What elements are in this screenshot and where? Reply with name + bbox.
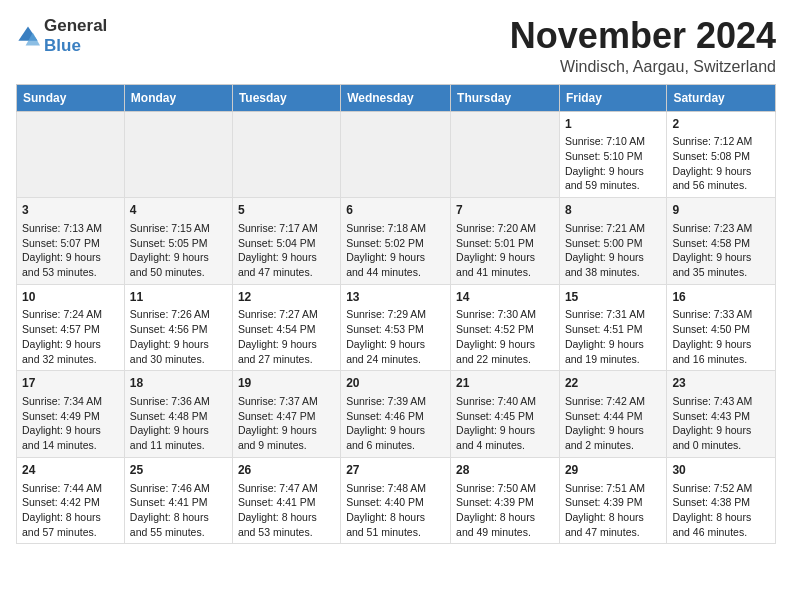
day-info: Daylight: 9 hours and 50 minutes.	[130, 250, 227, 279]
day-number: 12	[238, 289, 335, 306]
calendar-cell: 11Sunrise: 7:26 AMSunset: 4:56 PMDayligh…	[124, 284, 232, 371]
day-info: Daylight: 9 hours and 27 minutes.	[238, 337, 335, 366]
day-number: 27	[346, 462, 445, 479]
day-info: Daylight: 8 hours and 51 minutes.	[346, 510, 445, 539]
calendar-cell: 16Sunrise: 7:33 AMSunset: 4:50 PMDayligh…	[667, 284, 776, 371]
day-info: Sunrise: 7:24 AM	[22, 307, 119, 322]
calendar-cell: 18Sunrise: 7:36 AMSunset: 4:48 PMDayligh…	[124, 371, 232, 458]
calendar-cell: 9Sunrise: 7:23 AMSunset: 4:58 PMDaylight…	[667, 198, 776, 285]
day-info: Daylight: 9 hours and 32 minutes.	[22, 337, 119, 366]
calendar-cell: 2Sunrise: 7:12 AMSunset: 5:08 PMDaylight…	[667, 111, 776, 198]
day-info: Sunset: 4:48 PM	[130, 409, 227, 424]
day-info: Daylight: 9 hours and 38 minutes.	[565, 250, 661, 279]
day-info: Sunrise: 7:13 AM	[22, 221, 119, 236]
day-info: Sunset: 4:41 PM	[238, 495, 335, 510]
calendar-cell: 23Sunrise: 7:43 AMSunset: 4:43 PMDayligh…	[667, 371, 776, 458]
day-info: Daylight: 9 hours and 14 minutes.	[22, 423, 119, 452]
day-info: Daylight: 9 hours and 2 minutes.	[565, 423, 661, 452]
day-info: Sunrise: 7:47 AM	[238, 481, 335, 496]
calendar-cell: 5Sunrise: 7:17 AMSunset: 5:04 PMDaylight…	[232, 198, 340, 285]
day-info: Sunrise: 7:52 AM	[672, 481, 770, 496]
calendar-cell	[17, 111, 125, 198]
day-info: Sunrise: 7:37 AM	[238, 394, 335, 409]
day-info: Sunset: 5:02 PM	[346, 236, 445, 251]
day-info: Daylight: 9 hours and 53 minutes.	[22, 250, 119, 279]
day-number: 28	[456, 462, 554, 479]
calendar-cell: 20Sunrise: 7:39 AMSunset: 4:46 PMDayligh…	[341, 371, 451, 458]
location-subtitle: Windisch, Aargau, Switzerland	[510, 58, 776, 76]
calendar-title-area: November 2024 Windisch, Aargau, Switzerl…	[510, 16, 776, 76]
day-info: Sunset: 4:38 PM	[672, 495, 770, 510]
day-info: Sunrise: 7:42 AM	[565, 394, 661, 409]
day-info: Sunset: 5:08 PM	[672, 149, 770, 164]
day-number: 10	[22, 289, 119, 306]
day-number: 3	[22, 202, 119, 219]
day-info: Sunrise: 7:18 AM	[346, 221, 445, 236]
day-info: Daylight: 9 hours and 9 minutes.	[238, 423, 335, 452]
day-info: Daylight: 9 hours and 47 minutes.	[238, 250, 335, 279]
day-info: Daylight: 9 hours and 4 minutes.	[456, 423, 554, 452]
day-info: Sunrise: 7:50 AM	[456, 481, 554, 496]
day-number: 15	[565, 289, 661, 306]
logo-icon	[16, 24, 40, 48]
day-number: 2	[672, 116, 770, 133]
day-number: 14	[456, 289, 554, 306]
day-info: Daylight: 8 hours and 53 minutes.	[238, 510, 335, 539]
calendar-cell: 12Sunrise: 7:27 AMSunset: 4:54 PMDayligh…	[232, 284, 340, 371]
day-info: Sunset: 4:56 PM	[130, 322, 227, 337]
day-info: Sunset: 4:52 PM	[456, 322, 554, 337]
day-info: Daylight: 9 hours and 44 minutes.	[346, 250, 445, 279]
calendar-cell: 7Sunrise: 7:20 AMSunset: 5:01 PMDaylight…	[451, 198, 560, 285]
day-number: 16	[672, 289, 770, 306]
day-info: Sunrise: 7:10 AM	[565, 134, 661, 149]
calendar-cell: 8Sunrise: 7:21 AMSunset: 5:00 PMDaylight…	[559, 198, 666, 285]
day-info: Sunset: 5:07 PM	[22, 236, 119, 251]
day-info: Sunset: 4:50 PM	[672, 322, 770, 337]
day-info: Sunset: 4:46 PM	[346, 409, 445, 424]
day-number: 25	[130, 462, 227, 479]
calendar-week-row: 1Sunrise: 7:10 AMSunset: 5:10 PMDaylight…	[17, 111, 776, 198]
day-info: Sunrise: 7:39 AM	[346, 394, 445, 409]
day-info: Sunrise: 7:43 AM	[672, 394, 770, 409]
weekday-header-saturday: Saturday	[667, 84, 776, 111]
day-info: Sunset: 5:00 PM	[565, 236, 661, 251]
calendar-cell: 25Sunrise: 7:46 AMSunset: 4:41 PMDayligh…	[124, 457, 232, 544]
day-info: Sunset: 4:39 PM	[456, 495, 554, 510]
day-info: Sunrise: 7:27 AM	[238, 307, 335, 322]
day-info: Sunrise: 7:44 AM	[22, 481, 119, 496]
calendar-cell	[232, 111, 340, 198]
calendar-cell	[124, 111, 232, 198]
day-info: Sunset: 4:41 PM	[130, 495, 227, 510]
day-info: Daylight: 9 hours and 16 minutes.	[672, 337, 770, 366]
day-number: 9	[672, 202, 770, 219]
day-info: Daylight: 9 hours and 41 minutes.	[456, 250, 554, 279]
day-info: Sunrise: 7:34 AM	[22, 394, 119, 409]
day-info: Daylight: 9 hours and 6 minutes.	[346, 423, 445, 452]
day-number: 20	[346, 375, 445, 392]
weekday-header-monday: Monday	[124, 84, 232, 111]
day-info: Sunset: 4:45 PM	[456, 409, 554, 424]
weekday-header-thursday: Thursday	[451, 84, 560, 111]
day-info: Sunset: 4:39 PM	[565, 495, 661, 510]
calendar-cell: 29Sunrise: 7:51 AMSunset: 4:39 PMDayligh…	[559, 457, 666, 544]
day-info: Daylight: 9 hours and 30 minutes.	[130, 337, 227, 366]
day-number: 6	[346, 202, 445, 219]
day-number: 19	[238, 375, 335, 392]
calendar-cell: 28Sunrise: 7:50 AMSunset: 4:39 PMDayligh…	[451, 457, 560, 544]
calendar-cell: 4Sunrise: 7:15 AMSunset: 5:05 PMDaylight…	[124, 198, 232, 285]
day-info: Sunrise: 7:46 AM	[130, 481, 227, 496]
day-info: Daylight: 8 hours and 46 minutes.	[672, 510, 770, 539]
day-number: 11	[130, 289, 227, 306]
day-info: Sunrise: 7:30 AM	[456, 307, 554, 322]
day-info: Daylight: 9 hours and 56 minutes.	[672, 164, 770, 193]
day-info: Sunrise: 7:36 AM	[130, 394, 227, 409]
day-info: Daylight: 9 hours and 19 minutes.	[565, 337, 661, 366]
day-info: Sunrise: 7:48 AM	[346, 481, 445, 496]
calendar-cell: 19Sunrise: 7:37 AMSunset: 4:47 PMDayligh…	[232, 371, 340, 458]
day-info: Daylight: 8 hours and 57 minutes.	[22, 510, 119, 539]
day-info: Daylight: 9 hours and 0 minutes.	[672, 423, 770, 452]
day-number: 8	[565, 202, 661, 219]
month-year-title: November 2024	[510, 16, 776, 56]
calendar-cell: 6Sunrise: 7:18 AMSunset: 5:02 PMDaylight…	[341, 198, 451, 285]
calendar-cell	[451, 111, 560, 198]
